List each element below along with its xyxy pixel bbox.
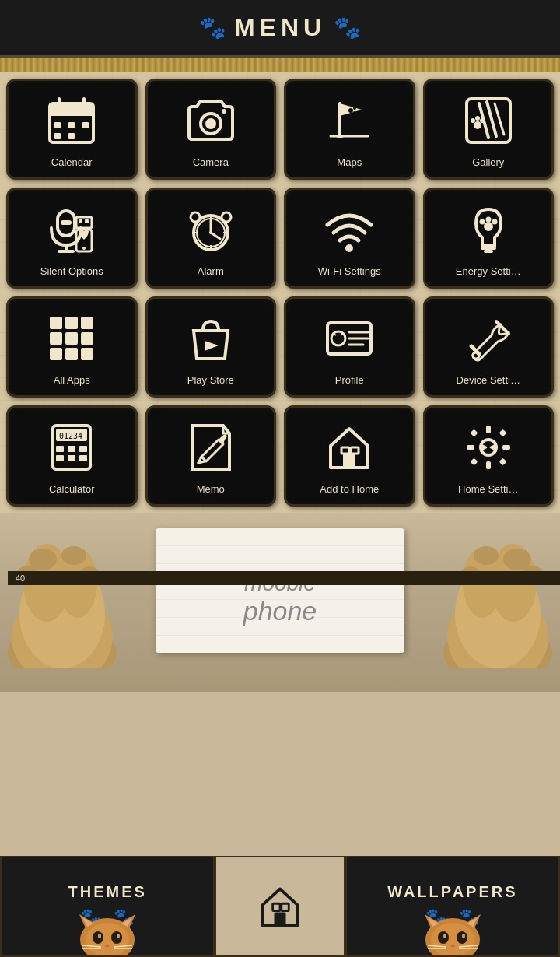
header-title: MENU [234, 13, 326, 42]
maps-label: Maps [337, 156, 362, 169]
profile-label: Profile [335, 374, 364, 387]
alarm-label: Alarm [198, 265, 224, 278]
svg-point-121 [111, 931, 122, 944]
svg-point-101 [29, 549, 57, 570]
svg-rect-94 [499, 458, 506, 466]
svg-rect-80 [79, 455, 87, 461]
svg-point-111 [474, 546, 499, 565]
svg-rect-53 [50, 317, 62, 329]
app-cell-calculator[interactable]: 01234 Calculator [6, 405, 138, 507]
svg-rect-92 [499, 429, 506, 437]
svg-rect-60 [65, 348, 78, 360]
svg-point-13 [348, 108, 353, 113]
svg-point-102 [61, 546, 86, 565]
svg-point-138 [438, 931, 449, 944]
home-button[interactable] [215, 856, 345, 957]
svg-rect-77 [79, 446, 87, 452]
calendar-label: Calendar [51, 156, 93, 169]
app-grid: Calendar Camera Maps [0, 72, 560, 513]
svg-point-140 [443, 934, 446, 938]
energy-icon [460, 202, 516, 258]
svg-rect-91 [470, 429, 478, 437]
svg-rect-56 [50, 332, 62, 345]
svg-point-17 [336, 135, 344, 138]
svg-point-71 [473, 352, 479, 359]
app-cell-maps[interactable]: Maps [284, 79, 415, 180]
memo-label: Memo [197, 483, 225, 496]
svg-rect-131 [282, 903, 289, 910]
svg-line-82 [198, 461, 205, 463]
status-bar: 40 [8, 571, 560, 585]
silent-icon [44, 202, 100, 258]
svg-rect-29 [61, 220, 72, 225]
allapps-icon [44, 310, 100, 366]
app-cell-camera[interactable]: Camera [145, 79, 277, 180]
silent-label: Silent Options [40, 265, 103, 278]
svg-point-115 [86, 923, 129, 955]
themes-cat-face [2, 909, 213, 955]
svg-rect-84 [341, 447, 349, 454]
alarm-icon [183, 202, 239, 258]
playstore-icon [183, 310, 239, 366]
svg-point-63 [331, 331, 345, 345]
svg-point-95 [487, 446, 490, 449]
wallpapers-button[interactable]: WALLPAPERS 🐾 🐾 [345, 856, 560, 957]
svg-point-52 [492, 219, 497, 225]
app-cell-memo[interactable]: Memo [145, 405, 277, 507]
homesettings-label: Home Setti… [458, 483, 518, 496]
svg-rect-87 [486, 426, 491, 433]
svg-point-24 [475, 116, 480, 121]
addtohome-icon [321, 419, 377, 475]
svg-rect-7 [54, 133, 61, 139]
app-cell-silent[interactable]: Silent Options [6, 188, 138, 289]
devicesettings-label: Device Setti… [457, 374, 520, 387]
svg-point-41 [209, 231, 212, 234]
app-cell-playstore[interactable]: Play Store [145, 296, 277, 398]
app-cell-devicesettings[interactable]: Device Setti… [423, 296, 555, 398]
svg-point-122 [98, 934, 101, 938]
app-cell-calendar[interactable]: Calendar [6, 79, 138, 180]
svg-point-10 [205, 118, 216, 129]
svg-rect-55 [81, 317, 93, 329]
svg-point-23 [471, 118, 475, 123]
themes-button[interactable]: THEMES [0, 856, 215, 957]
svg-rect-79 [68, 455, 75, 461]
app-cell-alarm[interactable]: Alarm [145, 188, 277, 289]
svg-rect-129 [275, 913, 286, 926]
svg-point-14 [353, 107, 356, 110]
wifi-icon [321, 202, 377, 258]
svg-rect-33 [79, 219, 82, 223]
app-cell-gallery[interactable]: Gallery [423, 79, 555, 180]
app-cell-energy[interactable]: Energy Setti… [423, 188, 555, 289]
app-cell-wifi[interactable]: Wi-Fi Settings [284, 188, 415, 289]
app-cell-allapps[interactable]: All Apps [6, 296, 138, 398]
home-icon [257, 883, 303, 930]
cat-paw-right [436, 513, 560, 668]
svg-rect-4 [54, 122, 61, 128]
svg-rect-85 [351, 447, 359, 454]
maps-icon [321, 93, 377, 149]
svg-point-11 [222, 109, 226, 114]
svg-point-120 [93, 931, 103, 944]
app-cell-profile[interactable]: Profile [284, 296, 415, 398]
svg-rect-1 [50, 103, 93, 116]
svg-rect-130 [273, 903, 280, 910]
svg-rect-5 [68, 122, 75, 128]
svg-line-40 [211, 233, 220, 239]
svg-point-37 [191, 212, 200, 222]
svg-rect-83 [343, 454, 355, 468]
svg-rect-90 [502, 445, 510, 450]
svg-rect-61 [81, 348, 93, 360]
svg-point-31 [82, 247, 86, 250]
svg-point-51 [485, 217, 491, 223]
svg-rect-59 [50, 348, 62, 360]
svg-point-25 [480, 118, 485, 123]
devicesettings-icon [460, 310, 516, 366]
app-cell-addtohome[interactable]: Add to Home [284, 405, 415, 507]
app-cell-homesettings[interactable]: Home Setti… [423, 405, 555, 507]
paw-right-icon: 🐾 [334, 15, 361, 40]
camera-icon [183, 93, 239, 149]
svg-line-65 [341, 334, 343, 335]
wallpapers-label: WALLPAPERS [387, 883, 517, 901]
svg-text:01234: 01234 [59, 432, 82, 440]
